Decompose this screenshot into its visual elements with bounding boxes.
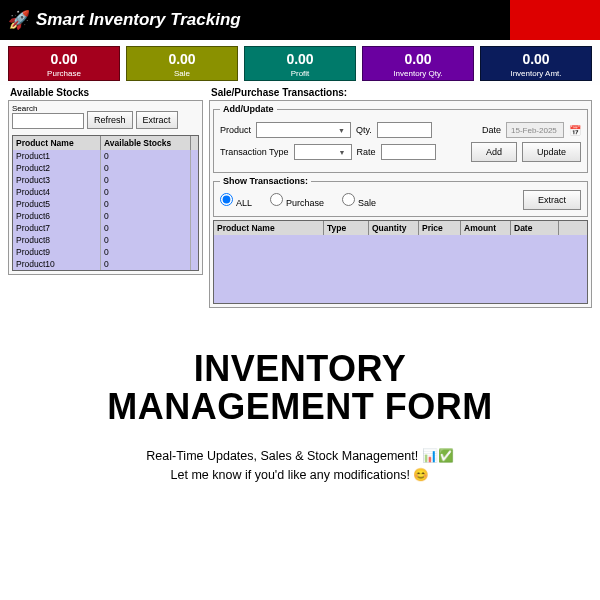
table-row[interactable]: Product60 (13, 210, 198, 222)
search-input[interactable] (12, 113, 84, 129)
product-select[interactable]: ▼ (256, 122, 351, 138)
table-row[interactable]: Product10 (13, 150, 198, 162)
kpi-sale: 0.00Sale (126, 46, 238, 81)
table-row[interactable]: Product40 (13, 186, 198, 198)
radio-purchase[interactable]: Purchase (270, 193, 324, 208)
transactions-title: Sale/Purchase Transactions: (211, 87, 592, 98)
chevron-down-icon: ▼ (336, 127, 347, 134)
promo-title-1: INVENTORY (0, 350, 600, 388)
rocket-icon: 🚀 (8, 9, 30, 31)
add-update-fieldset: Add/Update Product ▼ Qty. Date 15-Feb-20… (213, 104, 588, 173)
top-bar-accent (510, 0, 600, 40)
add-update-legend: Add/Update (220, 104, 277, 114)
table-row[interactable]: Product80 (13, 234, 198, 246)
extract-transactions-button[interactable]: Extract (523, 190, 581, 210)
promo-line-2: Let me know if you'd like any modificati… (0, 467, 600, 482)
date-field: 15-Feb-2025 (506, 122, 564, 138)
tcol-price: Price (419, 221, 461, 235)
tcol-name: Product Name (214, 221, 324, 235)
tcol-qty: Quantity (369, 221, 419, 235)
stocks-grid: Product Name Available Stocks Product10P… (12, 135, 199, 271)
show-transactions-fieldset: Show Transactions: ALL Purchase Sale Ext… (213, 176, 588, 217)
radio-all[interactable]: ALL (220, 193, 252, 208)
col-product-name: Product Name (13, 136, 101, 150)
add-button[interactable]: Add (471, 142, 517, 162)
txn-type-label: Transaction Type (220, 147, 289, 157)
qty-label: Qty. (356, 125, 372, 135)
rate-input[interactable] (381, 144, 436, 160)
update-button[interactable]: Update (522, 142, 581, 162)
table-row[interactable]: Product30 (13, 174, 198, 186)
app-title: Smart Inventory Tracking (36, 10, 241, 30)
tcol-date: Date (511, 221, 559, 235)
date-label: Date (482, 125, 501, 135)
tcol-type: Type (324, 221, 369, 235)
rate-label: Rate (357, 147, 376, 157)
table-row[interactable]: Product90 (13, 246, 198, 258)
refresh-button[interactable]: Refresh (87, 111, 133, 129)
search-label: Search (12, 104, 84, 113)
kpi-profit: 0.00Profit (244, 46, 356, 81)
calendar-icon[interactable]: 📅 (569, 125, 581, 136)
kpi-inventory-amt: 0.00Inventory Amt. (480, 46, 592, 81)
promo-title-2: MANAGEMENT FORM (0, 388, 600, 426)
available-stocks-title: Available Stocks (10, 87, 203, 98)
promo-line-1: Real-Time Updates, Sales & Stock Managem… (0, 448, 600, 463)
show-transactions-legend: Show Transactions: (220, 176, 311, 186)
kpi-row: 0.00Purchase 0.00Sale 0.00Profit 0.00Inv… (0, 40, 600, 85)
table-row[interactable]: Product50 (13, 198, 198, 210)
col-available-stocks: Available Stocks (101, 136, 191, 150)
product-label: Product (220, 125, 251, 135)
kpi-purchase: 0.00Purchase (8, 46, 120, 81)
kpi-inventory-qty: 0.00Inventory Qty. (362, 46, 474, 81)
table-row[interactable]: Product20 (13, 162, 198, 174)
top-bar: 🚀 Smart Inventory Tracking (0, 0, 600, 40)
transactions-grid: Product Name Type Quantity Price Amount … (213, 220, 588, 304)
radio-sale[interactable]: Sale (342, 193, 376, 208)
chevron-down-icon: ▼ (337, 149, 348, 156)
extract-stocks-button[interactable]: Extract (136, 111, 178, 129)
qty-input[interactable] (377, 122, 432, 138)
promo-block: INVENTORY MANAGEMENT FORM Real-Time Upda… (0, 350, 600, 482)
txn-type-select[interactable]: ▼ (294, 144, 352, 160)
table-row[interactable]: Product70 (13, 222, 198, 234)
table-row[interactable]: Product100 (13, 258, 198, 270)
tcol-amount: Amount (461, 221, 511, 235)
